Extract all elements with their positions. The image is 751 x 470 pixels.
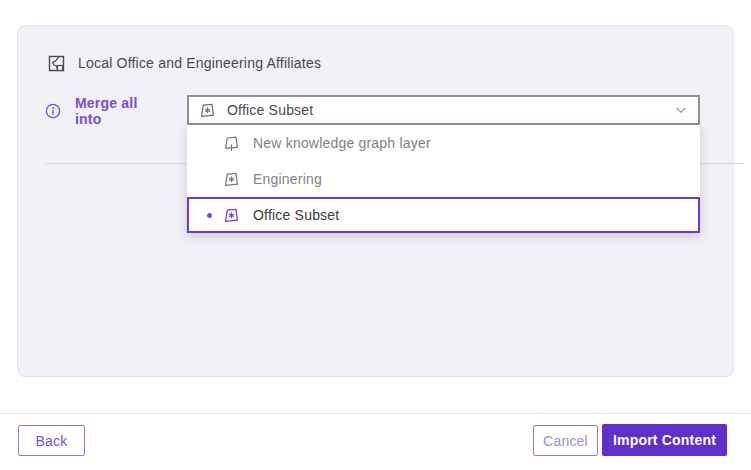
dropdown-option-label: New knowledge graph layer [253,135,431,151]
dropdown-option-new-knowledge-graph-layer[interactable]: New knowledge graph layer [187,125,700,161]
knowledge-graph-layer-icon [223,207,240,224]
dropdown-option-office-subset[interactable]: Office Subset [187,197,700,233]
source-layer-row: Local Office and Engineering Affiliates [48,53,321,73]
cancel-button-label: Cancel [543,433,588,449]
chevron-down-icon [674,103,688,117]
merge-target-select[interactable]: Office Subset [187,95,700,125]
merge-target-dropdown: New knowledge graph layer Enginering [187,125,700,233]
dropdown-option-label: Enginering [253,171,322,187]
merge-all-into-label: Merge all into [75,95,167,127]
select-value: Office Subset [227,102,663,118]
cancel-button[interactable]: Cancel [533,425,598,456]
info-icon[interactable] [45,103,61,119]
knowledge-graph-layer-icon [223,171,240,188]
select-layer-icon [48,55,65,72]
dropdown-option-enginering[interactable]: Enginering [187,161,700,197]
dropdown-option-label: Office Subset [253,207,339,223]
selected-dot [207,141,212,146]
selected-dot [207,177,212,182]
footer-divider [0,413,751,414]
merge-row: Merge all into [45,96,167,126]
back-button-label: Back [36,433,68,449]
import-content-button[interactable]: Import Content [602,424,727,456]
import-content-button-label: Import Content [613,432,716,448]
knowledge-graph-layer-icon [199,102,216,119]
selected-dot [207,213,212,218]
new-knowledge-graph-layer-icon [223,135,240,152]
source-layer-label: Local Office and Engineering Affiliates [78,55,321,71]
back-button[interactable]: Back [18,425,85,456]
